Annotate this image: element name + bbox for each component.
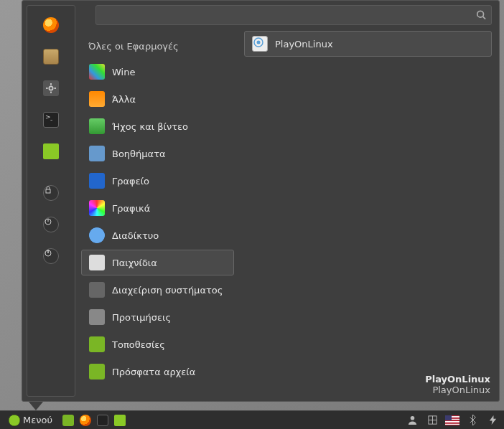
favorite-files[interactable] [34, 138, 68, 165]
session-lock[interactable] [34, 179, 68, 207]
internet-icon [89, 227, 105, 243]
category-system[interactable]: Διαχείριση συστήματος [81, 277, 234, 303]
taskbar-launchers [61, 413, 127, 428]
terminal-icon [97, 415, 108, 426]
recent-icon [89, 364, 105, 380]
firefox-icon [80, 415, 91, 426]
power-mgr-icon [487, 415, 498, 425]
package-icon [43, 49, 59, 65]
prefs-icon [89, 309, 105, 325]
launcher-files[interactable] [113, 413, 127, 428]
category-label: Πρόσφατα αρχεία [112, 367, 195, 377]
launcher-show-desktop[interactable] [61, 413, 75, 428]
taskbar: Μενού [0, 410, 504, 429]
app-description-subtitle: PlayOnLinux [425, 385, 490, 395]
show-desktop-icon [62, 415, 74, 426]
gear-icon [43, 80, 59, 96]
bluetooth-icon [468, 415, 477, 425]
firefox-icon [43, 17, 59, 33]
media-icon [89, 118, 105, 134]
category-label: Βοηθήματα [112, 148, 166, 159]
other-icon [89, 91, 105, 107]
app-label: PlayOnLinux [275, 39, 333, 50]
network-icon [427, 415, 438, 425]
office-icon [89, 173, 105, 189]
system-tray [405, 413, 500, 428]
favorite-terminal[interactable]: >_ [34, 106, 68, 133]
applications-column: PlayOnLinux PlayOnLinux PlayOnLinux [237, 1, 499, 401]
logout-icon [43, 217, 59, 232]
category-label: Γραφείο [112, 176, 149, 187]
category-label: Τοποθεσίες [112, 339, 165, 350]
svg-text:>_: >_ [45, 113, 52, 121]
category-games[interactable]: Παιχνίδια [81, 250, 234, 275]
files-icon [114, 415, 126, 426]
session-shutdown[interactable] [34, 242, 68, 270]
power-icon [43, 248, 59, 264]
svg-rect-8 [46, 189, 50, 193]
category-label: Wine [112, 67, 135, 77]
categories-header: Όλες οι Εφαρμογές [81, 35, 234, 57]
app-playonlinux[interactable]: PlayOnLinux [244, 31, 492, 57]
app-description: PlayOnLinux PlayOnLinux [425, 374, 490, 395]
favorite-software-manager[interactable] [34, 43, 68, 70]
graphics-icon [89, 200, 105, 216]
category-recent[interactable]: Πρόσφατα αρχεία [81, 359, 234, 385]
category-label: Ήχος και βίντεο [112, 121, 188, 132]
launcher-terminal[interactable] [95, 413, 110, 428]
files-icon [43, 143, 59, 159]
favorites-column: >_ [27, 5, 75, 397]
category-internet[interactable]: Διαδίκτυο [81, 222, 234, 248]
mint-logo-icon [9, 415, 20, 426]
svg-point-2 [49, 86, 52, 90]
category-label: Γραφικά [112, 203, 150, 214]
category-wine[interactable]: Wine [81, 59, 234, 85]
tray-keyboard-layout[interactable] [445, 413, 459, 428]
category-graphics[interactable]: Γραφικά [81, 195, 234, 221]
category-preferences[interactable]: Προτιμήσεις [81, 304, 234, 330]
calc-icon [89, 146, 105, 161]
category-label: Διαχείριση συστήματος [112, 285, 223, 296]
svg-point-14 [257, 41, 261, 44]
menu-button-label: Μενού [23, 415, 52, 425]
tray-user[interactable] [405, 413, 419, 428]
favorite-firefox[interactable] [34, 11, 68, 39]
session-logout[interactable] [34, 211, 68, 238]
games-icon [89, 255, 105, 270]
application-menu-popup: >_ Όλες οι Εφαρμογές Wine Άλλα Ήχος και … [22, 0, 500, 402]
lock-icon [43, 185, 59, 201]
category-label: Προτιμήσεις [112, 312, 171, 323]
launcher-firefox[interactable] [78, 413, 93, 428]
tray-power-manager[interactable] [485, 413, 500, 428]
categories-column: Όλες οι Εφαρμογές Wine Άλλα Ήχος και βίν… [75, 1, 237, 401]
tray-bluetooth[interactable] [465, 413, 480, 428]
category-places[interactable]: Τοποθεσίες [81, 331, 234, 357]
category-label: Παιχνίδια [112, 258, 157, 268]
svg-point-15 [410, 416, 414, 420]
flag-us-icon [445, 415, 459, 425]
menu-pointer-arrow [29, 402, 43, 410]
app-description-title: PlayOnLinux [425, 374, 490, 385]
category-accessories[interactable]: Βοηθήματα [81, 141, 234, 166]
places-icon [89, 336, 105, 352]
category-label: Άλλα [112, 94, 136, 105]
favorite-settings[interactable] [34, 75, 68, 102]
category-label: Διαδίκτυο [112, 230, 159, 241]
category-media[interactable]: Ήχος και βίντεο [81, 113, 234, 139]
user-icon [407, 415, 418, 425]
category-office[interactable]: Γραφείο [81, 168, 234, 194]
menu-button[interactable]: Μενού [4, 413, 57, 428]
playonlinux-icon [252, 36, 268, 52]
tray-network[interactable] [425, 413, 439, 428]
category-other[interactable]: Άλλα [81, 86, 234, 112]
sys-icon [89, 282, 105, 298]
wine-icon [89, 64, 105, 80]
terminal-icon: >_ [43, 112, 59, 128]
